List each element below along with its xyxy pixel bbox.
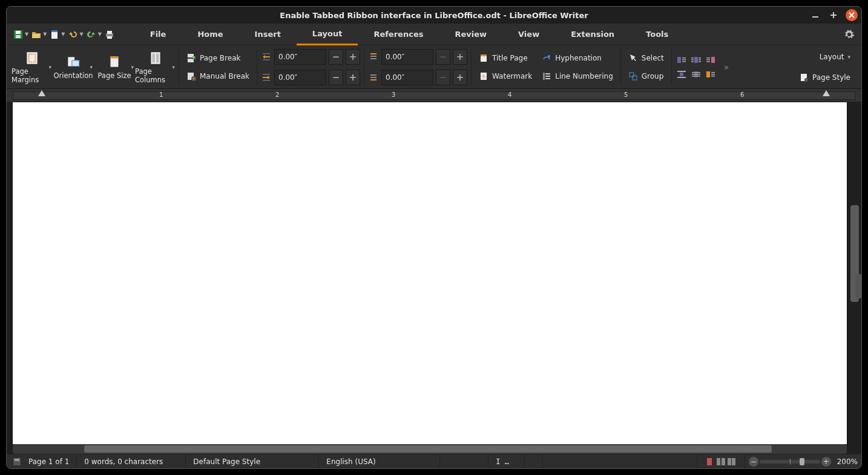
svg-rect-84: [722, 458, 725, 465]
tab-layout[interactable]: Layout: [297, 24, 358, 45]
window-title: Enable Tabbed Ribbon interface in LibreO…: [280, 11, 588, 20]
select-button[interactable]: Select: [625, 50, 668, 66]
save-dropdown[interactable]: ▼: [25, 31, 28, 37]
svg-rect-85: [728, 458, 731, 465]
tab-review[interactable]: Review: [439, 24, 502, 45]
status-word-count[interactable]: 0 words, 0 characters: [77, 454, 186, 468]
indent-left-increase[interactable]: +: [346, 49, 360, 65]
zoom-in-button[interactable]: +: [821, 457, 831, 467]
line-numbering-button[interactable]: Line Numbering: [538, 68, 617, 84]
indent-marker-right[interactable]: [823, 89, 830, 96]
tab-tools[interactable]: Tools: [630, 24, 684, 45]
ruler-tick-1: 1: [159, 91, 163, 98]
indent-right-input[interactable]: [274, 70, 326, 85]
tab-insert[interactable]: Insert: [239, 24, 297, 45]
status-selection-mode[interactable]: I …: [488, 454, 525, 468]
watermark-button[interactable]: A Watermark: [475, 68, 536, 84]
title-page-button[interactable]: Title Page: [475, 50, 536, 66]
spacing-above-decrease[interactable]: −: [436, 49, 450, 65]
tab-extension[interactable]: Extension: [555, 24, 630, 45]
indent-right-decrease[interactable]: −: [329, 70, 343, 85]
orientation-button[interactable]: Orientation ▾: [53, 47, 94, 87]
status-insert-mode[interactable]: [440, 454, 488, 468]
group-button[interactable]: Group: [625, 68, 668, 84]
view-single-page-button[interactable]: [705, 457, 715, 466]
line-numbering-label: Line Numbering: [555, 72, 613, 80]
manual-break-button[interactable]: Manual Break: [183, 68, 253, 84]
page-break-button[interactable]: + Page Break: [183, 50, 253, 66]
undo-button[interactable]: [66, 28, 79, 41]
svg-rect-12: [107, 36, 112, 39]
open-button[interactable]: [30, 28, 43, 41]
view-multi-page-button[interactable]: [716, 457, 726, 466]
sidebar-handle[interactable]: [855, 274, 861, 298]
redo-button[interactable]: [85, 28, 98, 41]
page-columns-button[interactable]: Page Columns ▾: [135, 47, 176, 87]
page-style-button[interactable]: Page Style: [795, 70, 854, 85]
indent-marker-left[interactable]: [38, 89, 45, 96]
svg-rect-61: [711, 57, 715, 63]
horizontal-scrollbar[interactable]: [13, 444, 847, 454]
indent-left-input[interactable]: [274, 49, 326, 65]
tab-references[interactable]: References: [358, 24, 439, 45]
wrap-none-button[interactable]: [676, 68, 688, 80]
redo-dropdown[interactable]: ▼: [98, 31, 102, 37]
tab-file[interactable]: File: [134, 24, 182, 45]
zoom-value[interactable]: 200%: [837, 457, 858, 466]
view-book-button[interactable]: [727, 457, 737, 466]
spacing-above-input[interactable]: [381, 49, 433, 65]
horizontal-scroll-thumb[interactable]: [84, 445, 772, 453]
maximize-button[interactable]: [827, 9, 840, 21]
save-button[interactable]: [12, 28, 25, 41]
ribbon-overflow-button[interactable]: »: [724, 62, 729, 72]
page-size-button[interactable]: Page Size ▾: [94, 47, 135, 87]
spacing-below-decrease[interactable]: −: [436, 70, 450, 85]
wrap-optimal-button[interactable]: [705, 68, 717, 80]
indent-right-increase[interactable]: +: [346, 70, 360, 85]
save-status-icon[interactable]: [13, 457, 21, 466]
open-dropdown[interactable]: ▼: [43, 31, 47, 37]
minimize-button[interactable]: [809, 9, 821, 21]
status-page-style[interactable]: Default Page Style: [186, 454, 319, 468]
page-margins-button[interactable]: Page Margins ▾: [12, 47, 53, 87]
print-button[interactable]: [103, 28, 116, 41]
vertical-scrollbar[interactable]: [848, 102, 861, 444]
indent-left-icon: [261, 51, 272, 62]
close-button[interactable]: [846, 9, 858, 21]
new-dropdown[interactable]: ▼: [61, 31, 65, 37]
svg-rect-65: [677, 71, 686, 72]
manual-break-label: Manual Break: [200, 72, 249, 80]
horizontal-ruler[interactable]: 1 2 3 4 5 6: [7, 89, 861, 102]
wrap-through-button[interactable]: [690, 68, 702, 80]
spacing-below-increase[interactable]: +: [453, 70, 467, 85]
svg-rect-40: [481, 54, 487, 56]
status-signature[interactable]: [525, 454, 543, 468]
svg-rect-53: [682, 61, 686, 62]
new-button[interactable]: [48, 28, 61, 41]
zoom-slider-thumb[interactable]: [800, 458, 804, 465]
zoom-out-button[interactable]: −: [749, 457, 758, 467]
document-page[interactable]: [13, 102, 847, 444]
spacing-below-input[interactable]: [381, 70, 433, 85]
svg-rect-51: [682, 57, 686, 59]
zoom-slider[interactable]: [760, 460, 820, 464]
options-button[interactable]: [842, 27, 856, 42]
tab-view[interactable]: View: [502, 24, 555, 45]
tab-home[interactable]: Home: [182, 24, 238, 45]
wrap-before-button[interactable]: [676, 54, 688, 66]
title-page-icon: [479, 53, 488, 63]
status-page[interactable]: Page 1 of 1: [21, 454, 77, 468]
indent-left-decrease[interactable]: −: [329, 49, 343, 65]
title-bar[interactable]: Enable Tabbed Ribbon interface in LibreO…: [7, 7, 861, 24]
status-language[interactable]: English (USA): [319, 454, 440, 468]
ruler-tick-4: 4: [508, 91, 511, 98]
svg-point-28: [193, 77, 195, 79]
svg-rect-67: [677, 77, 686, 78]
layout-menu-button[interactable]: Layout ▾: [816, 49, 854, 65]
wrap-after-button[interactable]: [705, 54, 717, 66]
undo-dropdown[interactable]: ▼: [79, 31, 83, 37]
wrap-parallel-button[interactable]: [690, 54, 702, 66]
svg-rect-32: [263, 80, 270, 81]
spacing-above-increase[interactable]: +: [453, 49, 467, 65]
hyphenation-button[interactable]: Hyphenation: [538, 50, 617, 66]
